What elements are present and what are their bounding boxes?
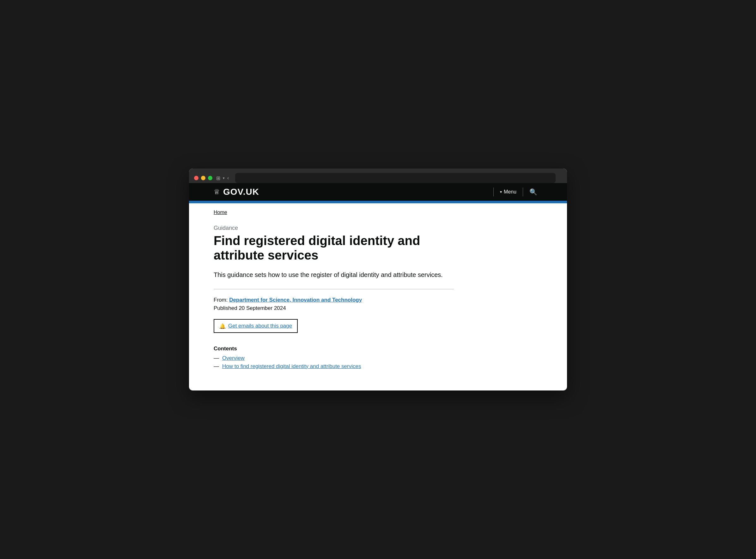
main-content: Home Guidance Find registered digital id… xyxy=(204,203,552,390)
dash-icon: — xyxy=(214,355,219,361)
back-arrow-icon[interactable]: ‹ xyxy=(227,175,229,181)
maximize-button[interactable] xyxy=(208,176,212,180)
from-label: From: xyxy=(214,297,228,303)
bell-icon: 🔔 xyxy=(219,323,226,329)
section-divider xyxy=(214,289,454,289)
govuk-logo-link[interactable]: ♕ GOV.UK xyxy=(214,187,259,197)
sidebar-icon[interactable]: ⊞ xyxy=(216,175,220,181)
govuk-header: ♕ GOV.UK ▾ Menu 🔍 xyxy=(189,183,567,201)
page-description: This guidance sets how to use the regist… xyxy=(214,270,454,280)
traffic-lights xyxy=(194,176,212,180)
menu-button[interactable]: ▾ Menu xyxy=(495,188,522,196)
breadcrumb: Home xyxy=(214,210,542,215)
address-bar[interactable] xyxy=(235,173,556,183)
dash-icon: — xyxy=(214,363,219,370)
published-date: 20 September 2024 xyxy=(238,305,286,311)
guidance-label: Guidance xyxy=(214,225,454,231)
department-link[interactable]: Department for Science, Innovation and T… xyxy=(229,297,362,303)
search-icon: 🔍 xyxy=(529,188,537,195)
page-title: Find registered digital identity and att… xyxy=(214,233,454,263)
email-page-button[interactable]: 🔔 Get emails about this page xyxy=(214,319,298,333)
browser-window: ⊞ ▾ ‹ ♕ GOV.UK ▾ Menu 🔍 xyxy=(189,169,567,390)
contents-title: Contents xyxy=(214,345,454,352)
breadcrumb-home-link[interactable]: Home xyxy=(214,210,227,215)
blue-banner xyxy=(189,201,567,203)
menu-label: Menu xyxy=(504,189,517,195)
contents-link-0[interactable]: Overview xyxy=(222,355,245,361)
menu-arrow-icon: ▾ xyxy=(500,190,502,194)
list-item: —Overview xyxy=(214,355,454,361)
metadata: From: Department for Science, Innovation… xyxy=(214,297,454,311)
contents-list: —Overview—How to find registered digital… xyxy=(214,355,454,370)
contents-section: Contents —Overview—How to find registere… xyxy=(214,345,454,370)
search-divider xyxy=(523,187,523,196)
govuk-logo-text: GOV.UK xyxy=(223,187,259,197)
browser-controls: ⊞ ▾ ‹ xyxy=(216,175,229,181)
crown-icon: ♕ xyxy=(214,188,220,196)
published-line: Published 20 September 2024 xyxy=(214,305,454,311)
list-item: —How to find registered digital identity… xyxy=(214,363,454,370)
minimize-button[interactable] xyxy=(201,176,205,180)
search-button[interactable]: 🔍 xyxy=(524,187,542,197)
browser-chrome: ⊞ ▾ ‹ xyxy=(189,169,567,183)
close-button[interactable] xyxy=(194,176,199,180)
content-wrapper: Guidance Find registered digital identit… xyxy=(214,225,454,370)
chevron-down-icon: ▾ xyxy=(223,176,225,180)
contents-link-1[interactable]: How to find registered digital identity … xyxy=(222,363,361,370)
header-nav: ▾ Menu 🔍 xyxy=(492,187,542,197)
email-button-label: Get emails about this page xyxy=(228,323,292,329)
from-line: From: Department for Science, Innovation… xyxy=(214,297,454,303)
published-label: Published xyxy=(214,305,238,311)
